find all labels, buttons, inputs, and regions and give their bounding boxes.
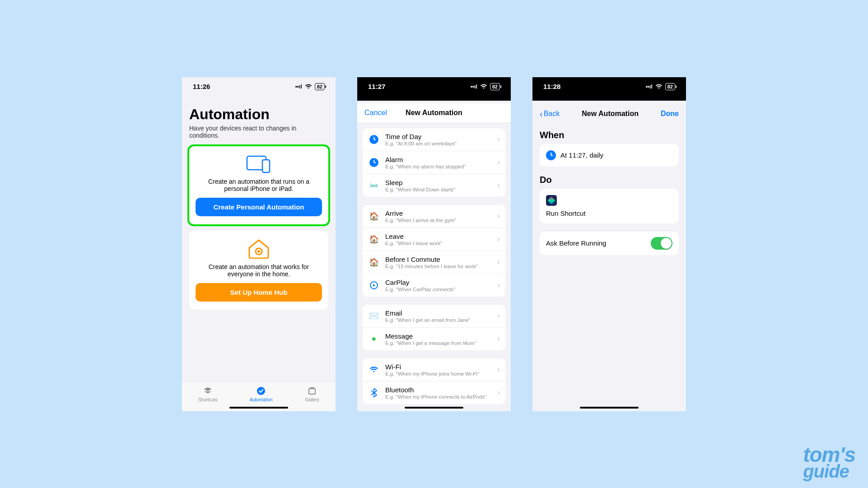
trigger-row-message[interactable]: ●MessageE.g. "When I get a message from … xyxy=(363,327,505,350)
trigger-subtitle: E.g. "When my alarm has stopped" xyxy=(385,164,492,169)
chevron-right-icon: › xyxy=(497,234,500,244)
trigger-row-carplay[interactable]: CarPlayE.g. "When CarPlay connects"› xyxy=(363,274,505,297)
svg-point-3 xyxy=(257,250,260,253)
battery-icon: 82 xyxy=(490,83,500,90)
trigger-title: Wi-Fi xyxy=(385,363,492,371)
trigger-subtitle: E.g. "When I get an email from Jane" xyxy=(385,317,492,323)
trigger-row-before-i-commute[interactable]: 🏠Before I CommuteE.g. "15 minutes before… xyxy=(363,251,505,274)
alarm-icon xyxy=(368,157,380,168)
status-bar: 11:27 ••ıl 82 xyxy=(357,77,511,96)
status-indicators: ••ıl 82 xyxy=(471,83,500,90)
trigger-subtitle: E.g. "When I arrive at the gym" xyxy=(385,218,492,223)
automation-tab-icon xyxy=(256,386,266,396)
tab-shortcuts-label: Shortcuts xyxy=(198,397,217,402)
home-indicator[interactable] xyxy=(229,407,288,409)
do-text: Run Shortcut xyxy=(546,209,672,217)
battery-icon: 82 xyxy=(665,83,675,90)
personal-automation-desc: Create an automation that runs on a pers… xyxy=(196,178,322,192)
back-button[interactable]: ‹Back xyxy=(540,109,560,119)
chevron-right-icon: › xyxy=(497,257,500,267)
trigger-subtitle: E.g. "At 8:00 am on weekdays" xyxy=(385,141,492,146)
ask-before-running-row: Ask Before Running xyxy=(540,232,679,255)
trigger-row-email[interactable]: ✉️EmailE.g. "When I get an email from Ja… xyxy=(363,305,505,327)
trigger-title: Leave xyxy=(385,232,492,240)
trigger-row-time-of-day[interactable]: Time of DayE.g. "At 8:00 am on weekdays"… xyxy=(363,128,505,151)
cellular-icon: ••ıl xyxy=(295,84,302,90)
svg-point-4 xyxy=(257,387,265,395)
ask-before-running-label: Ask Before Running xyxy=(546,239,606,247)
create-personal-automation-button[interactable]: Create Personal Automation xyxy=(196,198,322,216)
shortcuts-tab-icon xyxy=(202,386,213,396)
devices-icon xyxy=(196,154,322,173)
sheet-title: New Automation xyxy=(406,109,462,117)
chevron-left-icon: ‹ xyxy=(540,109,543,119)
trigger-row-alarm[interactable]: AlarmE.g. "When my alarm has stopped"› xyxy=(363,151,505,174)
when-card[interactable]: At 11:27, daily xyxy=(540,144,679,167)
wifi-icon xyxy=(480,84,487,89)
when-header: When xyxy=(540,130,679,140)
trigger-row-wi-fi[interactable]: Wi-FiE.g. "When my iPhone joins home Wi-… xyxy=(363,358,505,381)
set-up-home-hub-button[interactable]: Set Up Home Hub xyxy=(196,283,322,302)
cancel-button[interactable]: Cancel xyxy=(364,109,387,117)
trigger-title: Alarm xyxy=(385,156,492,163)
svg-rect-6 xyxy=(310,387,314,389)
status-bar: 11:28 ••ıl 82 xyxy=(532,77,686,96)
page-title: Automation xyxy=(189,106,328,123)
home-automation-card: Create an automation that works for ever… xyxy=(189,231,328,310)
trigger-title: Before I Commute xyxy=(385,256,492,263)
do-card[interactable]: Run Shortcut xyxy=(540,189,679,223)
trigger-subtitle: E.g. "When CarPlay connects" xyxy=(385,287,492,292)
email-icon: ✉️ xyxy=(368,310,380,322)
status-time: 11:26 xyxy=(193,83,210,90)
nav-bar: ‹Back New Automation Done xyxy=(540,103,679,125)
trigger-row-arrive[interactable]: 🏠ArriveE.g. "When I arrive at the gym"› xyxy=(363,205,505,228)
done-button[interactable]: Done xyxy=(661,110,679,118)
cellular-icon: ••ıl xyxy=(471,84,477,90)
carplay-icon xyxy=(368,279,380,291)
trigger-group-communication: ✉️EmailE.g. "When I get an email from Ja… xyxy=(363,305,505,350)
trigger-title: CarPlay xyxy=(385,279,492,286)
page-subtitle: Have your devices react to changes in co… xyxy=(189,125,328,139)
watermark: tom's guide xyxy=(803,446,855,479)
cellular-icon: ••ıl xyxy=(646,84,653,90)
trigger-group-connectivity: Wi-FiE.g. "When my iPhone joins home Wi-… xyxy=(363,358,505,404)
sheet-header: Cancel New Automation xyxy=(357,103,511,123)
clock-icon xyxy=(368,134,380,145)
home-indicator[interactable] xyxy=(405,407,463,409)
ask-before-running-toggle[interactable] xyxy=(651,237,672,250)
svg-rect-5 xyxy=(309,389,315,394)
arrive-icon: 🏠 xyxy=(368,210,380,222)
gallery-tab-icon xyxy=(307,386,317,396)
chevron-right-icon: › xyxy=(497,388,500,397)
message-icon: ● xyxy=(368,333,380,345)
home-indicator[interactable] xyxy=(580,407,639,409)
trigger-title: Time of Day xyxy=(385,133,492,140)
trigger-group-time: Time of DayE.g. "At 8:00 am on weekdays"… xyxy=(363,128,505,197)
leave-icon: 🏠 xyxy=(368,233,380,245)
trigger-title: Arrive xyxy=(385,209,492,217)
trigger-row-leave[interactable]: 🏠LeaveE.g. "When I leave work"› xyxy=(363,228,505,251)
when-text: At 11:27, daily xyxy=(560,151,603,159)
tab-gallery-label: Gallery xyxy=(305,397,319,402)
trigger-row-bluetooth[interactable]: BluetoothE.g. "When my iPhone connects t… xyxy=(363,381,505,404)
chevron-right-icon: › xyxy=(497,135,500,144)
trigger-subtitle: E.g. "When I get a message from Mum" xyxy=(385,340,492,346)
bed-icon: 🛏 xyxy=(368,180,380,191)
chevron-right-icon: › xyxy=(497,311,500,321)
wifi-icon xyxy=(368,364,380,376)
trigger-subtitle: E.g. "15 minutes before I leave for work… xyxy=(385,264,492,269)
trigger-title: Message xyxy=(385,332,492,340)
clock-icon xyxy=(546,150,556,160)
tab-automation[interactable]: Automation xyxy=(250,386,273,402)
nav-title: New Automation xyxy=(582,110,639,118)
shortcuts-app-icon xyxy=(546,195,557,206)
status-indicators: ••ıl 82 xyxy=(646,83,675,90)
tab-shortcuts[interactable]: Shortcuts xyxy=(198,386,217,402)
status-time: 11:28 xyxy=(543,83,560,90)
trigger-row-sleep[interactable]: 🛏SleepE.g. "When Wind Down starts"› xyxy=(363,174,505,197)
trigger-title: Bluetooth xyxy=(385,386,492,394)
trigger-subtitle: E.g. "When my iPhone connects to AirPods… xyxy=(385,394,492,400)
tab-gallery[interactable]: Gallery xyxy=(305,386,319,402)
wifi-icon xyxy=(655,84,663,89)
status-time: 11:27 xyxy=(368,83,385,90)
